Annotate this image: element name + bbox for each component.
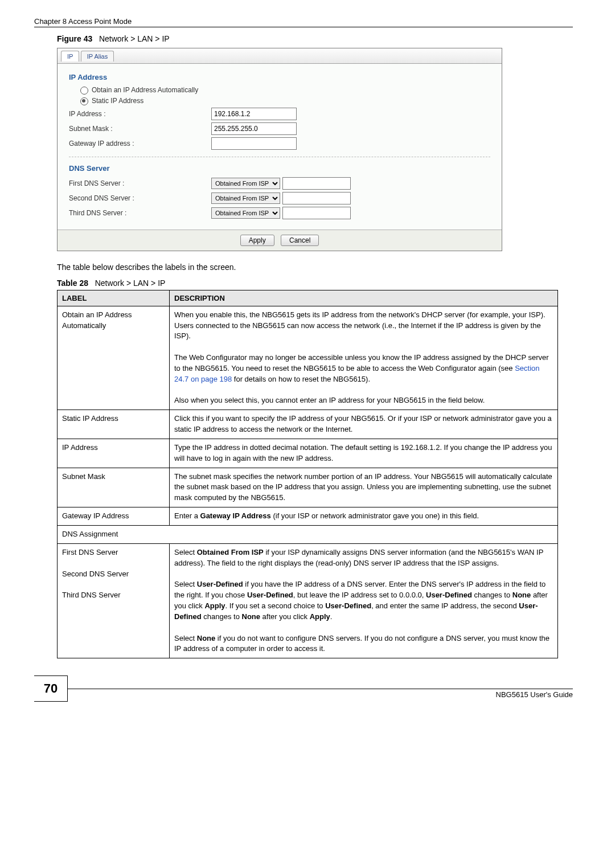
text: changes to [202,612,242,621]
text-bold: User-Defined [325,601,371,610]
table-row: IP Address Type the IP address in dotted… [58,439,558,468]
select-third-dns[interactable]: Obtained From ISP [211,207,280,219]
label-third-dns: Third DNS Server : [69,209,211,217]
tab-ip[interactable]: IP [61,51,79,62]
figure-title: Network > LAN > IP [99,34,170,43]
table-header-row: LABEL DESCRIPTION [58,290,558,306]
text: Select [174,580,197,588]
text: Enter a [174,511,200,520]
table-row: Gateway IP Address Enter a Gateway IP Ad… [58,507,558,526]
table-title: Network > LAN > IP [95,279,166,288]
cell-desc: Type the IP address in dotted decimal no… [170,439,558,468]
label-ip-address: IP Address : [69,110,211,118]
label-subnet-mask: Subnet Mask : [69,125,211,133]
text-bold: None [242,612,261,621]
tab-ip-alias[interactable]: IP Alias [81,51,114,62]
figure-label: Figure 43 [57,34,92,43]
input-subnet-mask[interactable] [211,122,297,135]
text: Also when you select this, you cannot en… [174,396,485,404]
table-label: Table 28 [57,279,88,288]
section-dns-server: DNS Server [69,164,490,173]
text: First DNS Server [62,548,118,556]
label-second-dns: Second DNS Server : [69,194,211,202]
section-ip-address: IP Address [69,73,490,81]
table-row: Subnet Mask The subnet mask specifies th… [58,468,558,507]
cell-label: First DNS Server Second DNS Server Third… [58,543,170,658]
text-bold: Apply [204,601,225,610]
th-label: LABEL [58,290,170,306]
text-bold: Apply [310,612,330,621]
page-footer: 70 NBG5615 User's Guide [34,675,573,702]
intro-text: The table below describes the labels in … [57,263,573,272]
select-second-dns[interactable]: Obtained From ISP [211,193,280,204]
text-bold: Obtained From ISP [197,548,264,556]
cell-desc: When you enable this, the NBG5615 gets i… [170,306,558,410]
radio-static-ip[interactable]: Static IP Address [69,97,143,105]
cell-label: Static IP Address [58,410,170,439]
cell-label: Gateway IP Address [58,507,170,526]
cell-desc: Click this if you want to specify the IP… [170,410,558,439]
cell-desc: The subnet mask specifies the network nu… [170,468,558,507]
text-bold: None [197,634,216,642]
select-first-dns[interactable]: Obtained From ISP [211,178,280,189]
tab-bar: IP IP Alias [58,48,502,64]
cell-desc: Enter a Gateway IP Address (if your ISP … [170,507,558,526]
chapter-header: Chapter 8 Access Point Mode [34,17,573,27]
label-gateway: Gateway IP address : [69,140,211,148]
input-first-dns[interactable] [282,177,351,190]
cell-label: Subnet Mask [58,468,170,507]
cell-label: Obtain an IP Address Automatically [58,306,170,410]
text: . [330,612,333,621]
text: The Web Configurator may no longer be ac… [174,353,549,372]
text: (if your ISP or network administrator ga… [271,511,479,520]
radio-obtain-auto[interactable]: Obtain an IP Address Automatically [69,86,198,95]
cell-label: DNS Assignment [58,526,558,544]
text-bold: Gateway IP Address [200,511,271,520]
description-table: LABEL DESCRIPTION Obtain an IP Address A… [57,290,558,659]
text: Select [174,634,197,642]
input-gateway[interactable] [211,137,297,150]
text-bold: User-Defined [247,591,293,599]
table-row: Obtain an IP Address Automatically When … [58,306,558,410]
divider [69,157,490,157]
text-bold: User-Defined [426,591,472,599]
screenshot-panel: IP IP Alias IP Address Obtain an IP Addr… [57,48,502,251]
table-caption: Table 28 Network > LAN > IP [57,279,573,288]
cell-label: IP Address [58,439,170,468]
table-row: Static IP Address Click this if you want… [58,410,558,439]
input-second-dns[interactable] [282,192,351,204]
text: , but leave the IP address set to 0.0.0.… [293,591,426,599]
input-ip-address[interactable] [211,108,297,120]
input-third-dns[interactable] [282,207,351,219]
label-first-dns: First DNS Server : [69,179,211,187]
radio-obtain-auto-label: Obtain an IP Address Automatically [92,86,198,94]
text: if you do not want to configure DNS serv… [174,634,549,653]
cell-desc: Select Obtained From ISP if your ISP dyn… [170,543,558,658]
text: Third DNS Server [62,591,121,599]
text-bold: User-Defined [197,580,243,588]
text: . If you set a second choice to [225,601,326,610]
screenshot-footer: Apply Cancel [58,230,502,251]
cancel-button[interactable]: Cancel [281,235,319,246]
page-number: 70 [34,675,68,702]
table-row: First DNS Server Second DNS Server Third… [58,543,558,658]
apply-button[interactable]: Apply [240,235,274,246]
footer-line: NBG5615 User's Guide [68,689,573,689]
table-row: DNS Assignment [58,526,558,544]
text: When you enable this, the NBG5615 gets i… [174,310,546,341]
text: changes to [472,591,512,599]
figure-caption: Figure 43 Network > LAN > IP [57,34,573,43]
radio-static-ip-label: Static IP Address [92,97,143,105]
text-bold: None [512,591,531,599]
guide-title: NBG5615 User's Guide [496,690,573,699]
text: , and enter the same IP address, the sec… [371,601,519,610]
text: after you click [260,612,310,621]
text: for details on how to reset the NBG5615)… [232,375,370,383]
th-description: DESCRIPTION [170,290,558,306]
text: Select [174,548,197,556]
text: Second DNS Server [62,570,129,578]
